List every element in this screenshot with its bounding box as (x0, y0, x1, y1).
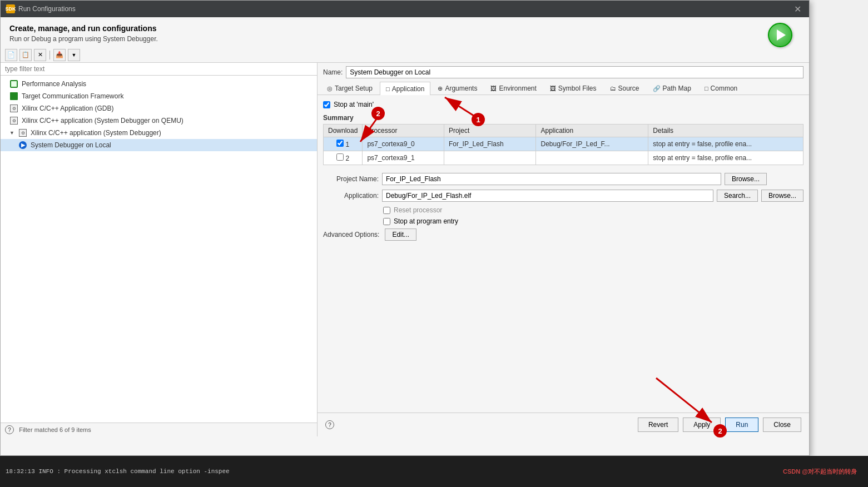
close-button-bottom[interactable]: Close (763, 418, 801, 432)
reset-processor-label[interactable]: Reset processor (394, 206, 442, 214)
left-panel: Performance Analysis Target Communicatio… (1, 63, 318, 436)
stop-at-main-label[interactable]: Stop at 'main' (334, 101, 374, 108)
tab-path-map-label: Path Map (663, 85, 691, 92)
tab-target-setup[interactable]: ◎ Target Setup (321, 82, 379, 95)
tree-item-xilinx-gdb[interactable]: ⚙ Xilinx C/C++ Application (GDB) (1, 102, 317, 115)
project-name-row: Project Name: Browse... (323, 173, 803, 185)
environment-tab-icon: 🖼 (490, 85, 497, 92)
tab-common-label: Common (711, 85, 738, 92)
symbol-files-tab-icon: 🖼 (550, 85, 556, 92)
table-cell-download[interactable]: 1 (324, 137, 363, 151)
download-checkbox-1[interactable] (336, 140, 344, 147)
table-cell-details2: stop at entry = false, profile ena... (648, 151, 803, 165)
table-cell-application2 (536, 151, 648, 165)
table-cell-processor2: ps7_cortexa9_1 (363, 151, 444, 165)
apply-button[interactable]: Apply (683, 418, 721, 432)
application-row: Application: Search... Browse... (323, 190, 803, 202)
table-cell-details: stop at entry = false, profile ena... (648, 137, 803, 151)
filter-input[interactable] (1, 63, 317, 76)
tree-item-performance[interactable]: Performance Analysis (1, 78, 317, 90)
tree-item-sysdbg-local[interactable]: ▶ System Debugger on Local (1, 139, 317, 151)
close-button[interactable]: ✕ (792, 4, 803, 14)
tab-arguments[interactable]: ⊕ Arguments (431, 82, 483, 95)
toolbar-new-button[interactable]: 📄 (5, 49, 17, 61)
filter-status-bar: ? Filter matched 6 of 9 items (1, 423, 317, 436)
tree-item-label: Xilinx C/C++ Application (GDB) (22, 105, 113, 112)
table-cell-application: Debug/For_IP_Led_F... (536, 137, 648, 151)
chevron-down-icon: ▼ (9, 130, 15, 136)
stop-at-entry-row: Stop at program entry (383, 217, 803, 225)
csdn-watermark: CSDN @对不起当时的转身 (783, 468, 857, 476)
target-comm-icon (9, 92, 18, 101)
table-row[interactable]: 2 ps7_cortexa9_1 stop at entry = false, … (324, 151, 803, 165)
help-button[interactable]: ? (325, 420, 334, 429)
tab-source[interactable]: 🗂 Source (604, 82, 646, 95)
tab-application[interactable]: □ Application (380, 82, 430, 95)
tab-path-map[interactable]: 🔗 Path Map (647, 82, 697, 95)
tabs-row: ◎ Target Setup □ Application ⊕ Arguments… (318, 82, 809, 95)
xilinx-qemu-icon: ⚙ (9, 116, 18, 125)
application-browse-button[interactable]: Browse... (761, 190, 803, 202)
tree-item-xilinx-qemu[interactable]: ⚙ Xilinx C/C++ application (System Debug… (1, 115, 317, 127)
toolbar-dropdown-button[interactable]: ▼ (68, 49, 80, 61)
col-header-processor: Processor (363, 125, 444, 137)
header-title: Create, manage, and run configurations (9, 24, 800, 33)
tree-item-label: Xilinx C/C++ application (System Debugge… (31, 129, 161, 137)
tree-area: Performance Analysis Target Communicatio… (1, 76, 317, 423)
stop-at-entry-label[interactable]: Stop at program entry (394, 217, 458, 225)
application-tab-content: Stop at 'main' Summary Download Processo… (318, 95, 809, 413)
toolbar-delete-button[interactable]: ✕ (34, 49, 46, 61)
advanced-options-row: Advanced Options: Edit... (323, 228, 803, 241)
col-header-project: Project (444, 125, 536, 137)
application-input[interactable] (382, 190, 713, 202)
run-button-top[interactable] (768, 23, 792, 47)
edit-button[interactable]: Edit... (385, 228, 416, 241)
table-cell-download2[interactable]: 2 (324, 151, 363, 165)
project-name-input[interactable] (382, 173, 721, 185)
toolbar-copy-button[interactable]: 📋 (19, 49, 32, 61)
title-bar: SDK Run Configurations ✕ (1, 1, 809, 17)
search-button[interactable]: Search... (717, 190, 758, 202)
toolbar-filter-button[interactable]: 📥 (53, 49, 66, 61)
tree-item-xilinx-sysdbg[interactable]: ▼ ⚙ Xilinx C/C++ application (System Deb… (1, 127, 317, 139)
toolbar: 📄 📋 ✕ 📥 ▼ (1, 47, 809, 63)
stop-at-main-checkbox[interactable] (323, 101, 330, 108)
help-icon[interactable]: ? (5, 425, 14, 434)
tab-symbol-files[interactable]: 🖼 Symbol Files (544, 82, 603, 95)
run-button[interactable]: Run (725, 418, 758, 432)
project-browse-button[interactable]: Browse... (725, 173, 767, 185)
reset-processor-row: Reset processor (383, 206, 803, 214)
tree-item-label: Target Communication Framework (22, 92, 123, 100)
header-subtitle: Run or Debug a program using System Debu… (9, 35, 800, 43)
dialog-title: Run Configurations (18, 5, 76, 13)
row2-num: 2 (346, 155, 350, 162)
tree-item-label: Xilinx C/C++ application (System Debugge… (22, 117, 183, 125)
reset-processor-checkbox[interactable] (383, 207, 390, 214)
download-checkbox-2[interactable] (336, 153, 344, 161)
tree-item-label: System Debugger on Local (31, 141, 111, 149)
revert-button[interactable]: Revert (638, 418, 678, 432)
source-tab-icon: 🗂 (610, 85, 616, 92)
tab-common[interactable]: □ Common (698, 82, 743, 95)
table-row[interactable]: 1 ps7_cortexa9_0 For_IP_Led_Flash Debug/… (324, 137, 803, 151)
performance-icon (9, 79, 18, 88)
col-header-download: Download (324, 125, 363, 137)
table-cell-project: For_IP_Led_Flash (444, 137, 536, 151)
xilinx-sysdbg-icon: ⚙ (18, 128, 27, 137)
summary-table: Download Processor Project Application D… (323, 124, 803, 165)
project-name-label: Project Name: (323, 175, 379, 183)
col-header-application: Application (536, 125, 648, 137)
target-setup-tab-icon: ◎ (327, 85, 333, 92)
tab-environment-label: Environment (499, 85, 536, 92)
arguments-tab-icon: ⊕ (438, 85, 443, 92)
name-input[interactable] (346, 66, 803, 78)
stop-at-entry-checkbox[interactable] (383, 218, 390, 225)
application-tab-icon: □ (386, 86, 390, 92)
tab-arguments-label: Arguments (445, 85, 477, 92)
tree-item-label: Performance Analysis (22, 80, 86, 88)
bottom-bar: ? Revert Apply Run Close (318, 413, 809, 436)
tab-environment[interactable]: 🖼 Environment (484, 82, 542, 95)
tree-item-target-comm[interactable]: Target Communication Framework (1, 90, 317, 102)
advanced-label: Advanced Options: (323, 231, 379, 238)
stop-at-main-row: Stop at 'main' (323, 101, 803, 108)
